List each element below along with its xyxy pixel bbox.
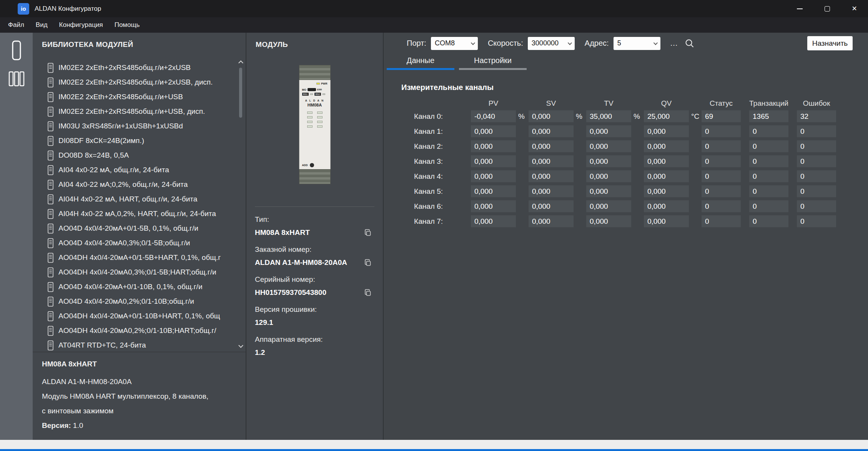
transactions-value-field[interactable]: 0	[749, 170, 788, 182]
errors-value-field[interactable]: 0	[797, 215, 836, 227]
tv-value-field[interactable]: 0,000	[586, 155, 631, 167]
library-module-item[interactable]: IM02E2 2xEth+2xRS485общ.г/и+2xUSB, дисп.	[47, 75, 233, 90]
assign-button[interactable]: Назначить	[807, 36, 853, 50]
library-module-item[interactable]: AO04D 4x0/4-20мА+0/1-5В, 0,1%, общ.г/и	[47, 221, 233, 236]
scrollbar-thumb[interactable]	[239, 68, 242, 118]
qv-value-field[interactable]: 0,000	[644, 155, 689, 167]
tv-value-field[interactable]: 0,000	[586, 185, 631, 197]
pv-value-field[interactable]: 0,000	[471, 155, 516, 167]
library-module-item[interactable]: AI04H 4x0-22 мА,0,2%, HART, общ.г/и, 24-…	[47, 206, 233, 221]
status-value-field[interactable]: 0	[702, 215, 741, 227]
transactions-value-field[interactable]: 1365	[749, 110, 788, 122]
transactions-value-field[interactable]: 0	[749, 125, 788, 137]
menu-help[interactable]: Помощь	[109, 17, 146, 33]
library-module-item[interactable]: AO04D 4x0/4-20мА0,2%;0/1-10В;общ.г/и	[47, 294, 233, 309]
errors-value-field[interactable]: 0	[797, 185, 836, 197]
errors-value-field[interactable]: 0	[797, 170, 836, 182]
tab-settings[interactable]: Настройки	[459, 54, 527, 70]
qv-value-field[interactable]: 0,000	[644, 200, 689, 212]
menu-view[interactable]: Вид	[30, 17, 53, 33]
status-value-field[interactable]: 0	[702, 155, 741, 167]
tab-data[interactable]: Данные	[387, 54, 454, 70]
close-button[interactable]: ✕	[841, 0, 868, 17]
status-value-field[interactable]: 0	[702, 185, 741, 197]
pv-value-field[interactable]: 0,000	[471, 125, 516, 137]
sv-value-field[interactable]: 0,000	[529, 170, 574, 182]
status-value-field[interactable]: 0	[702, 140, 741, 152]
sv-value-field[interactable]: 0,000	[529, 140, 574, 152]
errors-value-field[interactable]: 0	[797, 125, 836, 137]
errors-value-field[interactable]: 0	[797, 140, 836, 152]
copy-button[interactable]	[364, 228, 372, 237]
status-value-field[interactable]: 0	[702, 170, 741, 182]
tv-value-field[interactable]: 0,000	[586, 140, 631, 152]
more-options-button[interactable]: ...	[670, 39, 678, 48]
pv-value-field[interactable]: -0,040	[471, 110, 516, 122]
pv-value-field[interactable]: 0,000	[471, 170, 516, 182]
library-scrollbar[interactable]	[237, 60, 244, 349]
sv-value-field[interactable]: 0,000	[529, 155, 574, 167]
transactions-value-field[interactable]: 0	[749, 215, 788, 227]
tv-value-field[interactable]: 0,000	[586, 200, 631, 212]
library-module-item[interactable]: IM02E2 2xEth+2xRS485общ.г/и+USB	[47, 90, 233, 104]
library-module-item[interactable]: AO04DH 4x0/4-20мА0,3%;0/1-5В;HART;общ.г/…	[47, 265, 233, 280]
qv-value-field[interactable]: 0,000	[644, 215, 689, 227]
tv-value-field[interactable]: 35,000	[586, 110, 631, 122]
sv-value-field[interactable]: 0,000	[529, 185, 574, 197]
minimize-button[interactable]	[786, 0, 813, 17]
library-module-item[interactable]: AO04D 4x0/4-20мА+0/1-10В, 0,1%, общ.г/и	[47, 280, 233, 294]
speed-select[interactable]: 3000000	[528, 37, 575, 50]
address-select[interactable]: 5	[614, 37, 660, 50]
library-module-item[interactable]: AO04DH 4x0/4-20мА+0/1-5В+HART, 0,1%, общ…	[47, 250, 233, 265]
qv-value-field[interactable]: 25,000	[644, 110, 689, 122]
maximize-button[interactable]	[813, 0, 841, 17]
scroll-down-icon[interactable]	[238, 343, 243, 348]
library-module-item[interactable]: DI08DF 8xСК=24В(2имп.)	[47, 133, 233, 148]
library-module-item[interactable]: IM02E2 2xEth+2xRS485общ.г/и+2xUSB	[47, 60, 233, 75]
library-module-item[interactable]: AO04DH 4x0/4-20мА0,2%;0/1-10В;HART;общ.г…	[47, 323, 233, 338]
pv-value-field[interactable]: 0,000	[471, 185, 516, 197]
transactions-value-field[interactable]: 0	[749, 155, 788, 167]
qv-value-field[interactable]: 0,000	[644, 185, 689, 197]
qv-value-field[interactable]: 0,000	[644, 125, 689, 137]
sv-value-field[interactable]: 0,000	[529, 200, 574, 212]
scrollbar-track[interactable]	[237, 65, 244, 344]
status-value-field[interactable]: 0	[702, 200, 741, 212]
tv-value-field[interactable]: 0,000	[586, 215, 631, 227]
pv-value-field[interactable]: 0,000	[471, 215, 516, 227]
tv-value-field[interactable]: 0,000	[586, 125, 631, 137]
errors-value-field[interactable]: 32	[797, 110, 836, 122]
status-value-field[interactable]: 0	[702, 125, 741, 137]
rack-view-button[interactable]	[5, 67, 28, 90]
module-view-button[interactable]	[5, 39, 28, 62]
menu-configuration[interactable]: Конфигурация	[53, 17, 109, 33]
copy-button[interactable]	[364, 258, 372, 267]
status-value-field[interactable]: 69	[702, 110, 741, 122]
library-module-item[interactable]: AI04 4x0-22 мА;0,2%, общ.г/и, 24-бита	[47, 177, 233, 192]
sv-value-field[interactable]: 0,000	[529, 110, 574, 122]
sv-value-field[interactable]: 0,000	[529, 125, 574, 137]
sv-value-field[interactable]: 0,000	[529, 215, 574, 227]
qv-value-field[interactable]: 0,000	[644, 140, 689, 152]
qv-value-field[interactable]: 0,000	[644, 170, 689, 182]
errors-value-field[interactable]: 0	[797, 200, 836, 212]
library-module-item[interactable]: AI04 4x0-22 мА, общ.г/и, 24-бита	[47, 163, 233, 177]
pv-value-field[interactable]: 0,000	[471, 140, 516, 152]
errors-value-field[interactable]: 0	[797, 155, 836, 167]
transactions-value-field[interactable]: 0	[749, 185, 788, 197]
port-select[interactable]: COM8	[431, 37, 478, 50]
transactions-value-field[interactable]: 0	[749, 140, 788, 152]
library-module-item[interactable]: AI04H 4x0-22 мА, HART, общ.г/и, 24-бита	[47, 192, 233, 206]
search-devices-button[interactable]	[685, 38, 695, 48]
library-module-item[interactable]: IM03U 3xRS485г/и+1xUSBh+1xUSBd	[47, 119, 233, 133]
transactions-value-field[interactable]: 0	[749, 200, 788, 212]
library-module-item[interactable]: AT04RT RTD+TC, 24-бита	[47, 338, 233, 352]
library-module-item[interactable]: IM02E2 2xEth+2xRS485общ.г/и+USB, дисп.	[47, 104, 233, 119]
library-module-item[interactable]: DO08D 8x=24В, 0,5А	[47, 148, 233, 163]
pv-value-field[interactable]: 0,000	[471, 200, 516, 212]
library-module-item[interactable]: AO04D 4x0/4-20мА0,3%;0/1-5В;общ.г/и	[47, 236, 233, 250]
menu-file[interactable]: Файл	[2, 17, 30, 33]
copy-button[interactable]	[364, 288, 372, 297]
library-module-item[interactable]: AO04DH 4x0/4-20мА+0/1-10В+HART, 0,1%, об…	[47, 309, 233, 323]
tv-value-field[interactable]: 0,000	[586, 170, 631, 182]
